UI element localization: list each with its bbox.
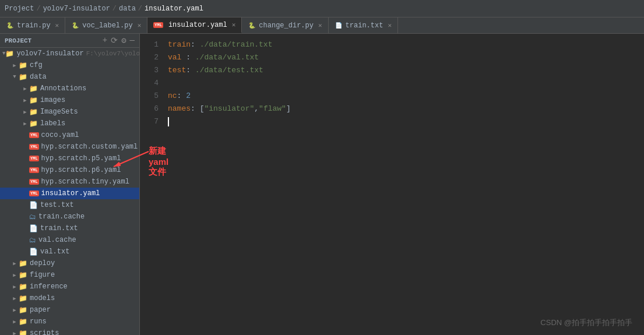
title-root: yolov7-insulator bbox=[43, 5, 110, 13]
title-active-file: insulator.yaml bbox=[145, 5, 203, 13]
tree-item-val-cache[interactable]: 🗂 val.cache bbox=[0, 234, 139, 246]
tree-item-deploy[interactable]: ▶ 📁 deploy bbox=[0, 258, 139, 269]
images-folder-icon: 📁 bbox=[29, 96, 38, 105]
code-line-5: nc: 2 bbox=[168, 90, 644, 103]
labels-arrow: ▶ bbox=[21, 121, 29, 127]
tree-root[interactable]: ▼ 📁 yolov7-insulator F:\yolov7\yolov7-in… bbox=[0, 48, 139, 59]
coco-yaml-icon: YML bbox=[29, 132, 39, 138]
tab-change-dir-py[interactable]: 🐍 change_dir.py ✕ bbox=[242, 17, 328, 33]
figure-arrow: ▶ bbox=[10, 272, 19, 278]
py-icon: 🐍 bbox=[6, 22, 14, 30]
code-line-2: val : ./data/val.txt bbox=[168, 51, 644, 64]
tree-item-test-txt[interactable]: 📄 test.txt bbox=[0, 199, 139, 211]
inference-label: inference bbox=[30, 283, 68, 291]
txt-icon: 📄 bbox=[335, 22, 343, 30]
runs-folder-icon: 📁 bbox=[19, 318, 27, 326]
tree-item-images[interactable]: ▶ 📁 images bbox=[0, 94, 139, 106]
watermark: CSDN @拍手拍手拍手拍手 bbox=[540, 318, 632, 328]
tree-item-data[interactable]: ▼ 📁 data bbox=[0, 71, 139, 83]
deploy-folder-icon: 📁 bbox=[19, 259, 27, 268]
sync-icon[interactable]: ⟳ bbox=[111, 36, 118, 45]
gear-icon[interactable]: ⚙ bbox=[121, 36, 126, 45]
sidebar-icons: + ⟳ ⚙ — bbox=[103, 36, 135, 45]
tree-item-cfg[interactable]: ▶ 📁 cfg bbox=[0, 59, 139, 71]
paper-arrow: ▶ bbox=[10, 307, 19, 313]
py-icon-3: 🐍 bbox=[248, 22, 256, 30]
paper-label: paper bbox=[30, 306, 51, 314]
sidebar: Project + ⟳ ⚙ — ▼ 📁 yolov7-insulator F:\… bbox=[0, 34, 140, 335]
tree-item-val-txt[interactable]: 📄 val.txt bbox=[0, 246, 139, 258]
models-folder-icon: 📁 bbox=[19, 294, 27, 303]
tab-insulator-yaml[interactable]: YML insulator.yaml ✕ bbox=[147, 17, 242, 33]
images-label: images bbox=[40, 96, 65, 104]
coco-yaml-label: coco.yaml bbox=[41, 131, 79, 139]
tree-item-scripts[interactable]: ▶ 📁 scripts bbox=[0, 327, 139, 335]
tree-item-imagesets[interactable]: ▶ 📁 ImageSets bbox=[0, 106, 139, 118]
tab-voc-label-py[interactable]: 🐍 voc_label.py ✕ bbox=[65, 17, 147, 33]
tree-item-hyp-p6[interactable]: YML hyp.scratch.p6.yaml bbox=[0, 164, 139, 176]
title-project: Project bbox=[5, 5, 34, 13]
imagesets-label: ImageSets bbox=[40, 108, 78, 116]
deploy-arrow: ▶ bbox=[10, 260, 19, 267]
tree-item-train-cache[interactable]: 🗂 train.cache bbox=[0, 211, 139, 223]
line-numbers: 1 2 3 4 5 6 7 bbox=[140, 34, 163, 335]
tree-item-hyp-tiny[interactable]: YML hyp.scratch.tiny.yaml bbox=[0, 176, 139, 188]
tree-item-hyp-p5[interactable]: YML hyp.scratch.p5.yaml bbox=[0, 153, 139, 164]
paper-folder-icon: 📁 bbox=[19, 306, 27, 315]
cfg-arrow: ▶ bbox=[10, 62, 19, 69]
tree-item-inference[interactable]: ▶ 📁 inference bbox=[0, 281, 139, 292]
close-train-py[interactable]: ✕ bbox=[55, 22, 59, 29]
tree-item-paper[interactable]: ▶ 📁 paper bbox=[0, 304, 139, 316]
inference-folder-icon: 📁 bbox=[19, 283, 27, 291]
data-arrow: ▼ bbox=[10, 74, 19, 80]
insulator-yaml-label: insulator.yaml bbox=[41, 189, 100, 198]
tree-item-models[interactable]: ▶ 📁 models bbox=[0, 292, 139, 304]
scripts-label: scripts bbox=[30, 329, 59, 335]
labels-folder-icon: 📁 bbox=[29, 119, 38, 128]
scripts-arrow: ▶ bbox=[10, 330, 19, 336]
code-editor[interactable]: train: ./data/train.txt val : ./data/val… bbox=[163, 34, 644, 335]
close-change-dir-py[interactable]: ✕ bbox=[318, 22, 322, 29]
root-label: yolov7-insulator bbox=[16, 50, 83, 58]
cfg-label: cfg bbox=[30, 61, 43, 69]
tab-train-py[interactable]: 🐍 train.py ✕ bbox=[0, 17, 65, 33]
tree-item-hyp-custom[interactable]: YML hyp.scratch.custom.yaml bbox=[0, 141, 139, 153]
editor-area: 1 2 3 4 5 6 7 train: ./data/train.txt va… bbox=[140, 34, 644, 335]
tree-item-train-txt[interactable]: 📄 train.txt bbox=[0, 223, 139, 234]
val-txt-icon: 📄 bbox=[29, 248, 38, 256]
insulator-yaml-icon: YML bbox=[29, 191, 39, 196]
root-folder-icon: 📁 bbox=[5, 50, 14, 58]
tree-item-annotations[interactable]: ▶ 📁 Annotations bbox=[0, 83, 139, 94]
tree-item-labels[interactable]: ▶ 📁 labels bbox=[0, 118, 139, 129]
hyp-p6-icon: YML bbox=[29, 167, 39, 173]
tree-item-figure[interactable]: ▶ 📁 figure bbox=[0, 269, 139, 281]
yaml-icon: YML bbox=[153, 22, 163, 28]
tab-bar: 🐍 train.py ✕ 🐍 voc_label.py ✕ YML insula… bbox=[0, 17, 644, 34]
title-bar: Project / yolov7-insulator / data / insu… bbox=[0, 0, 644, 17]
tab-train-txt[interactable]: 📄 train.txt ✕ bbox=[329, 17, 398, 33]
test-txt-label: test.txt bbox=[40, 201, 74, 209]
deploy-label: deploy bbox=[30, 259, 55, 267]
py-icon-2: 🐍 bbox=[71, 22, 79, 30]
tree-item-insulator-yaml[interactable]: YML insulator.yaml bbox=[0, 188, 139, 199]
hyp-custom-label: hyp.scratch.custom.yaml bbox=[41, 143, 138, 151]
plus-icon[interactable]: + bbox=[103, 36, 107, 45]
scripts-folder-icon: 📁 bbox=[19, 329, 27, 336]
inference-arrow: ▶ bbox=[10, 284, 19, 290]
cfg-folder-icon: 📁 bbox=[19, 61, 27, 70]
hyp-tiny-icon: YML bbox=[29, 179, 39, 185]
sidebar-title: Project bbox=[5, 37, 31, 44]
editor-content[interactable]: 1 2 3 4 5 6 7 train: ./data/train.txt va… bbox=[140, 34, 644, 335]
hyp-p6-label: hyp.scratch.p6.yaml bbox=[41, 166, 121, 174]
runs-arrow: ▶ bbox=[10, 319, 19, 325]
close-train-txt[interactable]: ✕ bbox=[388, 22, 392, 29]
labels-label: labels bbox=[40, 119, 65, 128]
models-label: models bbox=[30, 294, 55, 302]
close-insulator-yaml[interactable]: ✕ bbox=[232, 21, 236, 29]
tree-item-runs[interactable]: ▶ 📁 runs bbox=[0, 316, 139, 327]
minus-icon[interactable]: — bbox=[130, 36, 135, 45]
val-cache-icon: 🗂 bbox=[29, 236, 36, 245]
close-voc-label-py[interactable]: ✕ bbox=[138, 22, 142, 29]
test-txt-icon: 📄 bbox=[29, 201, 38, 210]
tree-item-coco-yaml[interactable]: YML coco.yaml bbox=[0, 129, 139, 141]
